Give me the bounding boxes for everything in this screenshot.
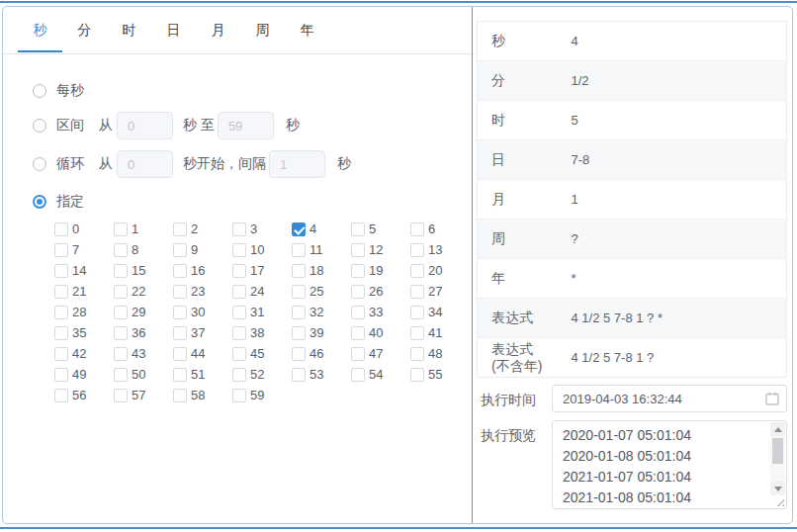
second-checkbox-11[interactable]: 11: [292, 239, 351, 260]
result-value: 7-8: [572, 140, 787, 180]
tab-week[interactable]: 周: [240, 7, 285, 53]
second-checkbox-26[interactable]: 26: [351, 281, 410, 302]
second-checkbox-1[interactable]: 1: [114, 219, 173, 239]
radio-checked-icon[interactable]: [33, 195, 46, 209]
second-checkbox-31[interactable]: 31: [232, 302, 292, 322]
second-checkbox-51[interactable]: 51: [173, 364, 232, 385]
cycle-suffix-text: 秒: [337, 155, 351, 173]
second-checkbox-53[interactable]: 53: [292, 364, 351, 385]
scrollbar-thumb[interactable]: [772, 438, 783, 464]
second-checkbox-54[interactable]: 54: [351, 364, 410, 385]
second-checkbox-4[interactable]: 4: [292, 219, 351, 239]
second-checkbox-56[interactable]: 56: [54, 385, 114, 405]
second-checkbox-10[interactable]: 10: [232, 239, 292, 260]
second-checkbox-5[interactable]: 5: [351, 219, 410, 239]
tab-year[interactable]: 年: [285, 7, 329, 53]
tab-minute[interactable]: 分: [62, 7, 107, 53]
tab-hour[interactable]: 时: [107, 7, 151, 53]
second-checkbox-55[interactable]: 55: [410, 364, 470, 385]
option-cycle[interactable]: 循环 从 秒开始，间隔 秒: [33, 150, 472, 178]
second-checkbox-41[interactable]: 41: [410, 322, 470, 343]
second-checkbox-20[interactable]: 20: [410, 260, 470, 281]
second-checkbox-47[interactable]: 47: [351, 343, 410, 364]
checkbox-label: 37: [191, 325, 205, 340]
second-checkbox-34[interactable]: 34: [410, 302, 470, 322]
second-checkbox-28[interactable]: 28: [54, 302, 114, 322]
preview-scrollbar[interactable]: [770, 422, 785, 495]
second-checkbox-9[interactable]: 9: [173, 239, 232, 260]
calendar-icon[interactable]: [765, 392, 779, 405]
second-checkbox-17[interactable]: 17: [232, 260, 292, 281]
second-checkbox-46[interactable]: 46: [292, 343, 351, 364]
second-checkbox-18[interactable]: 18: [292, 260, 351, 281]
second-checkbox-52[interactable]: 52: [232, 364, 292, 385]
tab-second[interactable]: 秒: [18, 7, 62, 52]
second-checkbox-15[interactable]: 15: [114, 260, 173, 281]
checkbox-label: 20: [428, 263, 442, 278]
second-checkbox-13[interactable]: 13: [410, 239, 470, 260]
second-checkbox-35[interactable]: 35: [54, 322, 114, 343]
second-checkbox-44[interactable]: 44: [173, 343, 232, 364]
checkbox-label: 25: [310, 284, 323, 299]
checkbox-icon: [292, 306, 306, 319]
second-checkbox-38[interactable]: 38: [232, 322, 292, 343]
second-checkbox-49[interactable]: 49: [54, 364, 114, 385]
radio-unchecked-icon[interactable]: [33, 119, 46, 133]
second-checkbox-39[interactable]: 39: [292, 322, 351, 343]
second-checkbox-29[interactable]: 29: [114, 302, 173, 322]
second-checkbox-21[interactable]: 21: [54, 281, 114, 302]
second-checkbox-0[interactable]: 0: [54, 219, 114, 239]
option-every-second[interactable]: 每秒: [33, 83, 472, 98]
tab-month[interactable]: 月: [196, 7, 240, 53]
radio-unchecked-icon[interactable]: [33, 157, 46, 171]
option-specify[interactable]: 指定: [33, 194, 472, 209]
second-checkbox-32[interactable]: 32: [292, 302, 351, 322]
second-checkbox-37[interactable]: 37: [173, 322, 232, 343]
second-checkbox-7[interactable]: 7: [54, 239, 114, 260]
second-checkbox-30[interactable]: 30: [173, 302, 232, 322]
second-checkbox-50[interactable]: 50: [114, 364, 173, 385]
second-checkbox-25[interactable]: 25: [292, 281, 351, 302]
second-checkbox-19[interactable]: 19: [351, 260, 410, 281]
second-checkbox-12[interactable]: 12: [351, 239, 410, 260]
second-checkbox-45[interactable]: 45: [232, 343, 292, 364]
option-range[interactable]: 区间 从 秒 至 秒: [33, 112, 472, 139]
second-checkbox-16[interactable]: 16: [173, 260, 232, 281]
second-checkbox-27[interactable]: 27: [410, 281, 470, 302]
execution-time-input[interactable]: [552, 385, 787, 412]
second-checkbox-40[interactable]: 40: [351, 322, 410, 343]
second-checkbox-3[interactable]: 3: [232, 219, 292, 239]
radio-unchecked-icon[interactable]: [33, 84, 46, 98]
second-checkbox-36[interactable]: 36: [114, 322, 173, 343]
second-checkbox-22[interactable]: 22: [114, 281, 173, 302]
second-checkbox-57[interactable]: 57: [114, 385, 173, 405]
checkbox-icon: [232, 222, 246, 236]
checkbox-icon: [173, 285, 187, 299]
checkbox-label: 31: [250, 305, 264, 319]
checkbox-label: 7: [72, 242, 79, 257]
tab-day[interactable]: 日: [151, 7, 196, 53]
second-checkbox-42[interactable]: 42: [54, 343, 114, 364]
scroll-down-button[interactable]: [770, 482, 785, 495]
second-checkbox-43[interactable]: 43: [114, 343, 173, 364]
second-checkbox-2[interactable]: 2: [173, 219, 232, 239]
second-checkbox-6[interactable]: 6: [410, 219, 470, 239]
execution-preview-textarea[interactable]: 2020-01-07 05:01:042020-01-08 05:01:0420…: [552, 420, 787, 509]
checkbox-label: 39: [310, 325, 323, 340]
range-to-input[interactable]: [218, 112, 274, 139]
range-from-input[interactable]: [117, 112, 173, 139]
cycle-start-input[interactable]: [117, 150, 173, 178]
scroll-up-button[interactable]: [770, 422, 785, 436]
second-checkbox-33[interactable]: 33: [351, 302, 410, 322]
second-checkbox-24[interactable]: 24: [232, 281, 292, 302]
second-checkbox-8[interactable]: 8: [114, 239, 173, 260]
second-checkbox-23[interactable]: 23: [173, 281, 232, 302]
checkbox-icon: [232, 389, 246, 402]
second-checkbox-59[interactable]: 59: [232, 385, 292, 405]
second-checkbox-14[interactable]: 14: [54, 260, 114, 281]
result-row-expression-without-year: 表达式 (不含年)4 1/2 5 7-8 1 ?: [478, 338, 787, 378]
second-checkbox-58[interactable]: 58: [173, 385, 232, 405]
cycle-interval-input[interactable]: [269, 150, 325, 178]
frame-top-border: [0, 1, 797, 3]
second-checkbox-48[interactable]: 48: [410, 343, 470, 364]
